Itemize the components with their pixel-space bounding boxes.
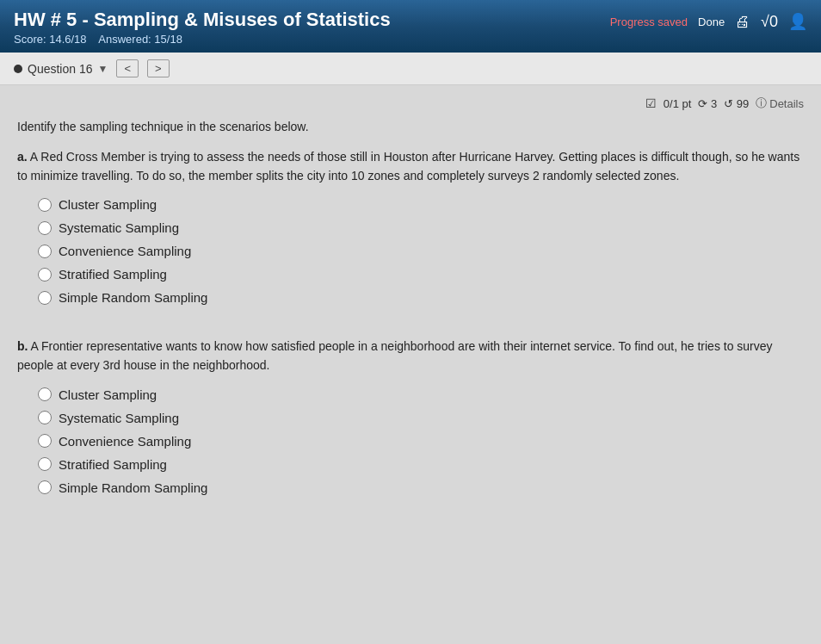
part-a-option-3[interactable]: Convenience Sampling (38, 244, 804, 258)
prev-question-button[interactable]: < (116, 59, 139, 77)
part-b-option-1[interactable]: Cluster Sampling (38, 387, 804, 402)
print-icon[interactable]: 🖨 (735, 13, 750, 31)
question-instruction: Identify the sampling technique in the s… (17, 118, 804, 136)
part-b-radio-4[interactable] (38, 457, 52, 471)
part-a-scenario: a. A Red Cross Member is trying to asses… (17, 148, 804, 185)
part-b-option-2-label: Systematic Sampling (59, 411, 179, 425)
part-b-label: b. (17, 339, 28, 353)
top-bar: HW # 5 - Sampling & Misuses of Statistic… (0, 0, 821, 53)
part-a-option-1[interactable]: Cluster Sampling (38, 197, 804, 212)
part-a-option-5-label: Simple Random Sampling (59, 290, 207, 305)
retries-text: ⟳ 3 (698, 97, 717, 110)
score-label: Score: 14.6/18 (14, 33, 87, 46)
question-label-group: Question 16 ▼ (14, 62, 108, 76)
part-b-radio-5[interactable] (38, 480, 52, 494)
score-info: Score: 14.6/18 Answered: 15/18 (14, 33, 391, 46)
question-label-text: Question 16 (28, 62, 93, 76)
part-a-option-2-label: Systematic Sampling (59, 220, 179, 235)
part-a-label: a. (17, 150, 28, 164)
top-bar-left: HW # 5 - Sampling & Misuses of Statistic… (14, 9, 391, 46)
part-b-option-3[interactable]: Convenience Sampling (38, 434, 804, 449)
progress-saved-text: Progress saved (610, 15, 688, 28)
next-question-button[interactable]: > (147, 59, 170, 77)
content-area: ☑ 0/1 pt ⟳ 3 ↺ 99 ⓘ Details Identify the… (0, 85, 821, 644)
part-b-option-5-label: Simple Random Sampling (59, 480, 207, 495)
part-a-radio-2[interactable] (38, 221, 52, 235)
answered-label: Answered: 15/18 (98, 33, 182, 46)
part-a-option-4[interactable]: Stratified Sampling (38, 267, 804, 282)
part-a-option-5[interactable]: Simple Random Sampling (38, 290, 804, 305)
question-dropdown-icon[interactable]: ▼ (98, 63, 108, 75)
attempts-text: ↺ 99 (724, 97, 749, 110)
part-b-option-2[interactable]: Systematic Sampling (38, 411, 804, 425)
part-a-option-2[interactable]: Systematic Sampling (38, 220, 804, 235)
hw-title: HW # 5 - Sampling & Misuses of Statistic… (14, 9, 391, 31)
section-divider (17, 325, 804, 337)
top-bar-right: Progress saved Done 🖨 √0 👤 (610, 9, 807, 31)
score-details-bar: ☑ 0/1 pt ⟳ 3 ↺ 99 ⓘ Details (17, 96, 804, 111)
part-b-radio-1[interactable] (38, 387, 52, 401)
user-icon[interactable]: 👤 (788, 12, 807, 31)
part-b-radio-3[interactable] (38, 434, 52, 448)
score-text: 0/1 pt (664, 97, 692, 110)
part-b-option-3-label: Convenience Sampling (59, 434, 191, 449)
details-link[interactable]: ⓘ Details (756, 96, 804, 111)
part-b-options: Cluster Sampling Systematic Sampling Con… (17, 387, 804, 495)
checkbox-icon: ☑ (645, 96, 657, 110)
part-a-options: Cluster Sampling Systematic Sampling Con… (17, 197, 804, 305)
part-b-option-5[interactable]: Simple Random Sampling (38, 480, 804, 495)
part-a-text: A Red Cross Member is trying to assess t… (17, 150, 799, 183)
part-b-text: A Frontier representative wants to know … (17, 339, 773, 372)
done-button[interactable]: Done (698, 15, 725, 28)
sqrt-icon[interactable]: √0 (761, 13, 778, 31)
part-a-option-4-label: Stratified Sampling (59, 267, 167, 282)
part-a-radio-5[interactable] (38, 291, 52, 305)
part-a-radio-1[interactable] (38, 198, 52, 212)
info-icon: ⓘ (756, 96, 767, 111)
part-a-radio-4[interactable] (38, 268, 52, 282)
nav-bar: Question 16 ▼ < > (0, 53, 821, 85)
part-a-option-1-label: Cluster Sampling (59, 197, 157, 212)
question-dot-icon (14, 65, 22, 73)
part-a-radio-3[interactable] (38, 245, 52, 258)
part-b-option-1-label: Cluster Sampling (59, 387, 157, 402)
part-b-option-4-label: Stratified Sampling (59, 457, 167, 472)
part-b-option-4[interactable]: Stratified Sampling (38, 457, 804, 472)
part-b-radio-2[interactable] (38, 411, 52, 424)
part-b-scenario: b. A Frontier representative wants to kn… (17, 337, 804, 375)
part-a-option-3-label: Convenience Sampling (59, 244, 191, 258)
